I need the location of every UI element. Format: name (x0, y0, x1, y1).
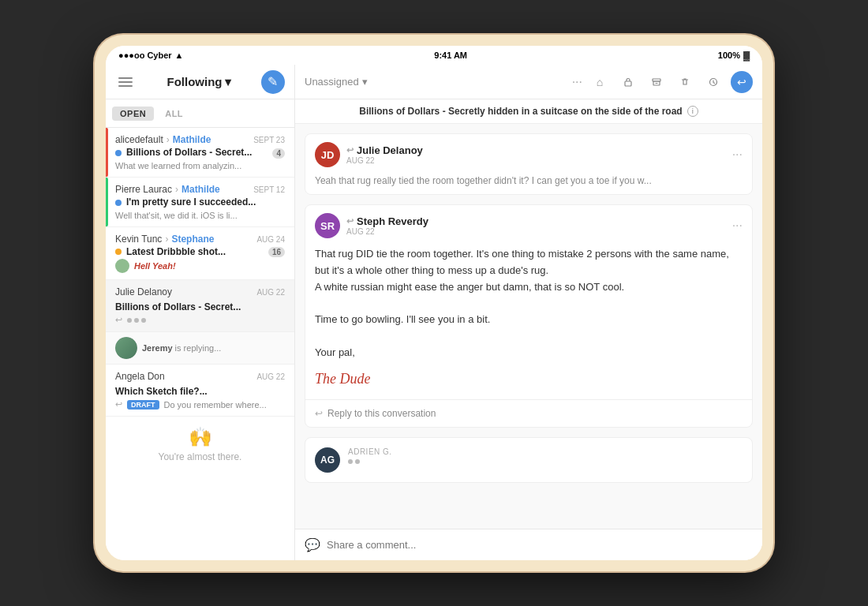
conv-3-bottom: Hell Yeah! (115, 259, 285, 273)
reply-to-conv-text: Reply to this conversation (327, 408, 436, 419)
typing-text: Jeremy is replying... (142, 343, 221, 353)
comment-input[interactable] (327, 539, 753, 551)
conv-3-preview: Hell Yeah! (134, 261, 176, 271)
angela-subject: Which Sketch file?... (115, 386, 208, 397)
dropdown-arrow-icon: ▾ (225, 75, 231, 89)
sidebar-title[interactable]: Following ▾ (167, 75, 232, 89)
clock-button[interactable] (702, 71, 724, 93)
adrien-header: AG ADRIEN G. (315, 447, 743, 473)
trash-button[interactable] (674, 71, 696, 93)
conv-3-subject: Latest Dribbble shot... (126, 246, 264, 257)
status-bar-right: 100% ▓ (718, 50, 750, 60)
adrien-dot-1 (348, 459, 353, 464)
unread-dot-2 (115, 200, 122, 206)
conversation-item-2[interactable]: Pierre Laurac › Mathilde SEPT 12 I'm pre… (106, 178, 294, 227)
conv-3-header: Kevin Tunc › Stephane AUG 24 (115, 234, 285, 245)
adrien-info: ADRIEN G. (348, 447, 743, 464)
conversation-title: Billions of Dollars - Secretly hidden in… (359, 106, 682, 117)
bookmark-button[interactable]: ⌂ (589, 71, 611, 93)
message-2-date: AUG 22 (346, 227, 428, 236)
sidebar-title-text: Following (167, 75, 223, 88)
conv-2-assignee: Mathilde (181, 184, 220, 195)
conv-4-header: Julie Delanoy AUG 22 (115, 286, 285, 297)
msg-line-3: A white russian might ease the anger but… (315, 279, 743, 296)
conv-3-participants: Kevin Tunc › Stephane (115, 234, 214, 245)
more-actions-button[interactable]: ··· (572, 75, 582, 89)
conversation-item-4[interactable]: Julie Delanoy AUG 22 Billions of Dollars… (106, 280, 294, 332)
header-actions: ··· ⌂ (572, 71, 753, 93)
conversation-item-1[interactable]: alicedefault › Mathilde SEPT 23 Billions… (106, 128, 294, 178)
message-2-header: SR ↩ Steph Reverdy AUG 22 ··· (305, 205, 752, 246)
conv-4-subject: Billions of Dollars - Secret... (115, 301, 241, 312)
archive-icon (651, 77, 662, 88)
green-border-2 (106, 178, 108, 226)
unread-dot-3 (115, 249, 122, 255)
trash-icon (679, 77, 690, 88)
typing-avatar (115, 337, 137, 359)
message-card-1: JD ↩ Julie Delanoy AUG 22 ··· (305, 133, 753, 195)
message-1-preview: Yeah that rug really tied the room toget… (305, 175, 752, 194)
conv-4-date: AUG 22 (256, 288, 285, 297)
conv-1-from: alicedefault (115, 134, 163, 145)
message-1-date: AUG 22 (346, 156, 423, 165)
tab-open[interactable]: OPEN (112, 107, 154, 121)
conv-1-count: 4 (272, 148, 285, 159)
assignee-selector[interactable]: Unassigned ▾ (305, 76, 368, 88)
reply-arrow-2: ↩ (346, 216, 354, 226)
bottom-text: You're almost there. (159, 451, 242, 462)
arrow-icon: › (166, 134, 170, 145)
angela-from-text: Angela Don (115, 371, 165, 382)
compose-button[interactable]: ✎ (261, 70, 285, 94)
adrien-typing-dots (348, 459, 743, 464)
conversation-item-3[interactable]: Kevin Tunc › Stephane AUG 24 Latest Drib… (106, 227, 294, 280)
hamburger-line-1 (118, 77, 133, 79)
arrow-icon-3: › (165, 234, 168, 245)
reply-button[interactable]: ↩ (731, 71, 753, 93)
conv-3-from: Kevin Tunc (115, 234, 162, 245)
typing-action: is replying... (175, 343, 222, 353)
battery-icon: ▓ (743, 50, 750, 60)
conversation-item-angela[interactable]: Angela Don AUG 22 Which Sketch file?... … (106, 365, 294, 417)
conv-4-bottom: ↩ (115, 315, 285, 325)
adrien-label: ADRIEN G. (348, 447, 743, 456)
conv-2-participants: Pierre Laurac › Mathilde (115, 184, 220, 195)
avatar-sr: SR (315, 213, 340, 238)
conv-3-count: 16 (268, 247, 285, 257)
msg-line-2: but it's a whole other thing to mess up … (315, 263, 743, 279)
avatar-jd: JD (315, 142, 340, 167)
conv-2-date: SEPT 12 (253, 185, 285, 194)
reply-to-conv-icon: ↩ (315, 408, 323, 419)
tab-all[interactable]: ALL (157, 107, 191, 121)
typing-indicator: Jeremy is replying... (106, 332, 294, 365)
msg-line-4: Time to go bowling. I'll see you in a bi… (315, 312, 743, 328)
lock-button[interactable] (617, 71, 639, 93)
archive-button[interactable] (645, 71, 668, 93)
messages-area: JD ↩ Julie Delanoy AUG 22 ··· (295, 124, 762, 529)
time-display: 9:41 AM (434, 50, 467, 60)
hamburger-button[interactable] (115, 71, 137, 93)
angela-header: Angela Don AUG 22 (115, 371, 285, 382)
conv-2-header: Pierre Laurac › Mathilde SEPT 12 (115, 184, 285, 195)
info-icon[interactable]: i (687, 106, 698, 117)
angela-date: AUG 22 (256, 372, 285, 381)
arrow-icon-2: › (175, 184, 178, 195)
unread-dot-1 (115, 150, 122, 156)
conv-1-assignee: Mathilde (173, 134, 211, 145)
clock-icon (708, 77, 719, 88)
angela-bottom: ↩ DRAFT Do you remember where... (115, 399, 285, 410)
typing-avatar-img (115, 337, 137, 359)
reply-to-conversation-button[interactable]: ↩ Reply to this conversation (305, 399, 752, 427)
dot-1 (127, 318, 132, 323)
message-1-more-button[interactable]: ··· (732, 148, 743, 162)
svg-rect-0 (625, 81, 631, 86)
dot-2 (134, 318, 139, 323)
message-2-more-button[interactable]: ··· (732, 219, 743, 233)
carrier-text: ●●●oo Cyber (118, 50, 172, 60)
status-bar-left: ●●●oo Cyber ▲ (118, 50, 184, 60)
angela-reply-icon: ↩ (115, 399, 122, 410)
message-2-sender: SR ↩ Steph Reverdy AUG 22 (315, 213, 428, 238)
conv-1-subject: Billions of Dollars - Secret... (126, 147, 268, 158)
battery-text: 100% (718, 50, 740, 60)
message-signature: The Dude (315, 368, 743, 391)
conv-3-assignee: Stephane (171, 234, 214, 245)
